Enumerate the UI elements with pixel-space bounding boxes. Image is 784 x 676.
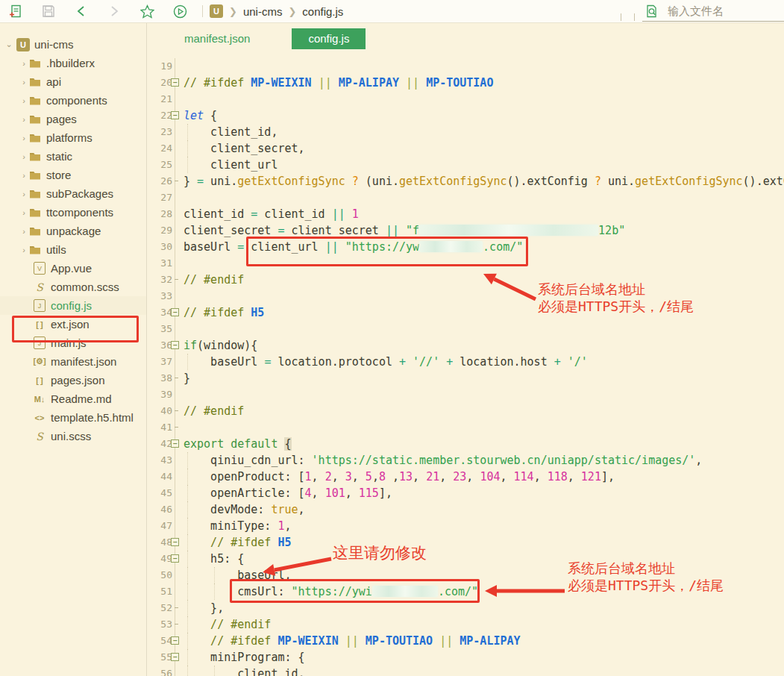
- code-text[interactable]: client_id,: [183, 666, 305, 676]
- tree-item-readme-md[interactable]: M↓Readme.md: [0, 389, 146, 408]
- code-line-29: 29client_secret = client_secret || "f12b…: [147, 222, 784, 239]
- code-text[interactable]: },: [183, 600, 224, 616]
- back-icon[interactable]: [74, 4, 89, 19]
- tree-item-api[interactable]: ›api: [0, 72, 146, 91]
- favorite-star-icon[interactable]: [139, 4, 154, 19]
- chevron-right-icon[interactable]: ›: [19, 208, 28, 217]
- code-text[interactable]: // #endif: [183, 272, 244, 288]
- chevron-right-icon[interactable]: ›: [19, 96, 28, 105]
- code-text[interactable]: // #ifdef MP-WEIXIN || MP-TOUTIAO || MP-…: [183, 633, 521, 649]
- tree-item-app-vue[interactable]: VApp.vue: [0, 259, 146, 278]
- code-text[interactable]: miniProgram: {: [183, 649, 305, 666]
- tree-item-platforms[interactable]: ›platforms: [0, 128, 146, 147]
- tree-item-uni-scss[interactable]: Suni.scss: [0, 427, 146, 445]
- chevron-right-icon[interactable]: ›: [19, 152, 28, 161]
- code-text[interactable]: openArticle: [4, 101, 115],: [183, 485, 392, 501]
- tree-item-config-js[interactable]: Jconfig.js: [0, 296, 146, 315]
- code-text[interactable]: [183, 288, 184, 304]
- code-text[interactable]: [183, 91, 184, 107]
- code-text[interactable]: // #endif: [183, 403, 244, 419]
- tree-item-main-js[interactable]: Jmain.js: [0, 334, 146, 352]
- new-file-icon[interactable]: [8, 4, 23, 19]
- code-line-55: 55 miniProgram: {: [147, 649, 784, 666]
- tree-item-static[interactable]: ›static: [0, 147, 146, 166]
- tree-item-subpackages[interactable]: ›subPackages: [0, 184, 146, 203]
- tree-item-unpackage[interactable]: ›unpackage: [0, 222, 146, 240]
- tree-item-components[interactable]: ›components: [0, 91, 146, 110]
- tree-item-manifest-json[interactable]: [⚙]manifest.json: [0, 352, 146, 371]
- code-text[interactable]: } = uni.getExtConfigSync ? (uni.getExtCo…: [183, 173, 784, 190]
- chevron-right-icon[interactable]: ›: [19, 190, 28, 198]
- breadcrumb-project[interactable]: uni-cms: [243, 5, 283, 18]
- chevron-right-icon[interactable]: ›: [19, 245, 28, 254]
- code-text[interactable]: if(window){: [183, 337, 257, 354]
- tree-item-label: subPackages: [46, 187, 113, 200]
- code-text[interactable]: baseUrl = client_url || "https://yw.com/…: [183, 239, 523, 255]
- tree-item-template-h5-html[interactable]: <>template.h5.html: [0, 408, 146, 427]
- code-text[interactable]: [183, 255, 184, 272]
- line-number: 38: [147, 370, 172, 386]
- chevron-right-icon[interactable]: ›: [19, 115, 28, 124]
- chevron-right-icon[interactable]: ›: [19, 59, 28, 68]
- code-editor[interactable]: 1920// #ifdef MP-WEIXIN || MP-ALIPAY || …: [147, 51, 784, 676]
- code-text[interactable]: // #endif: [183, 616, 271, 633]
- code-text[interactable]: client_id,: [183, 124, 277, 140]
- tree-item-utils[interactable]: ›utils: [0, 240, 146, 259]
- tree-item--hbuilderx[interactable]: ›.hbuilderx: [0, 54, 146, 72]
- fold-collapse-icon[interactable]: [175, 633, 183, 649]
- fold-collapse-icon[interactable]: [175, 649, 183, 666]
- code-text[interactable]: client_secret,: [183, 140, 305, 157]
- code-text[interactable]: h5: {: [183, 551, 244, 567]
- code-text[interactable]: cmsUrl: "https://ywi.com/": [183, 583, 478, 600]
- fold-collapse-icon[interactable]: [175, 534, 183, 551]
- code-text[interactable]: [183, 190, 184, 206]
- tree-item-pages-json[interactable]: [ ]pages.json: [0, 371, 146, 389]
- code-text[interactable]: // #ifdef H5: [183, 304, 264, 321]
- code-text[interactable]: let {: [183, 107, 217, 124]
- code-text[interactable]: client_url: [183, 157, 277, 173]
- code-text[interactable]: baseUrl = location.protocol + '//' + loc…: [183, 354, 588, 370]
- tree-item-label: unpackage: [46, 225, 101, 237]
- fold-gutter: [175, 469, 183, 485]
- code-text[interactable]: [183, 419, 184, 436]
- code-text[interactable]: [183, 58, 184, 75]
- tab-manifest-json[interactable]: manifest.json: [168, 28, 266, 49]
- fold-collapse-icon[interactable]: [175, 75, 183, 91]
- code-text[interactable]: baseUrl,: [183, 567, 292, 583]
- run-icon[interactable]: [172, 4, 187, 19]
- tab-config-js[interactable]: config.js: [292, 28, 366, 49]
- chevron-right-icon[interactable]: ›: [19, 134, 28, 143]
- chevron-right-icon[interactable]: ›: [19, 227, 28, 236]
- forward-icon[interactable]: [107, 4, 122, 19]
- fold-collapse-icon[interactable]: [175, 337, 183, 354]
- breadcrumb-file[interactable]: config.js: [302, 5, 343, 18]
- tree-item-common-scss[interactable]: Scommon.scss: [0, 278, 146, 296]
- code-text[interactable]: qiniu_cdn_url: 'https://static.member.st…: [183, 452, 702, 469]
- chevron-right-icon[interactable]: ›: [19, 171, 28, 180]
- code-text[interactable]: [183, 386, 184, 403]
- fold-collapse-icon[interactable]: [175, 304, 183, 321]
- fold-collapse-icon[interactable]: [175, 436, 183, 452]
- chevron-down-icon[interactable]: ⌄: [4, 40, 13, 49]
- code-text[interactable]: miniType: 1,: [183, 518, 292, 534]
- code-text[interactable]: client_secret = client_secret || "f12b": [183, 222, 625, 239]
- save-icon[interactable]: [41, 4, 56, 19]
- file-search-input[interactable]: 输入文件名: [645, 0, 784, 22]
- fold-collapse-icon[interactable]: [175, 551, 183, 567]
- code-text[interactable]: export default {: [183, 436, 292, 452]
- code-text[interactable]: client_id = client_id || 1: [183, 206, 359, 222]
- code-text[interactable]: devMode: true,: [183, 501, 305, 518]
- fold-collapse-icon[interactable]: [175, 107, 183, 124]
- fold-gutter: [175, 206, 183, 222]
- code-text[interactable]: [183, 321, 184, 337]
- tree-item-store[interactable]: ›store: [0, 166, 146, 184]
- code-text[interactable]: openProduct: [1, 2, 3, 5,8 ,13, 21, 23, …: [183, 469, 615, 485]
- code-text[interactable]: // #ifdef MP-WEIXIN || MP-ALIPAY || MP-T…: [183, 75, 493, 91]
- code-text[interactable]: }: [183, 370, 190, 386]
- tree-item-pages[interactable]: ›pages: [0, 110, 146, 128]
- tree-root-uni-cms[interactable]: ⌄Uuni-cms: [0, 35, 146, 54]
- tree-item-ttcomponents[interactable]: ›ttcomponents: [0, 203, 146, 222]
- tree-item-ext-json[interactable]: [ ]ext.json: [0, 315, 146, 334]
- code-text[interactable]: // #ifdef H5: [183, 534, 292, 551]
- chevron-right-icon[interactable]: ›: [19, 78, 28, 87]
